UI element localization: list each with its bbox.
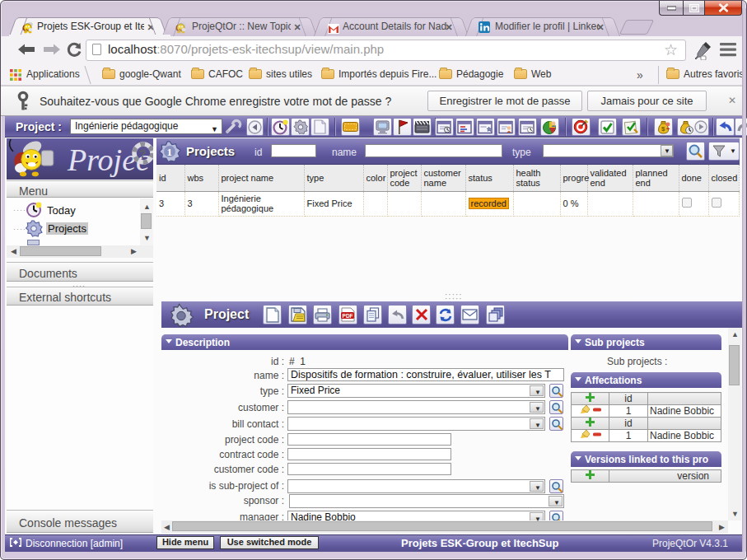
svg-text:?: ? (139, 147, 147, 161)
svg-text:1: 1 (167, 146, 173, 158)
svg-text:$: $ (661, 125, 665, 133)
svg-text:PDF: PDF (343, 313, 353, 319)
